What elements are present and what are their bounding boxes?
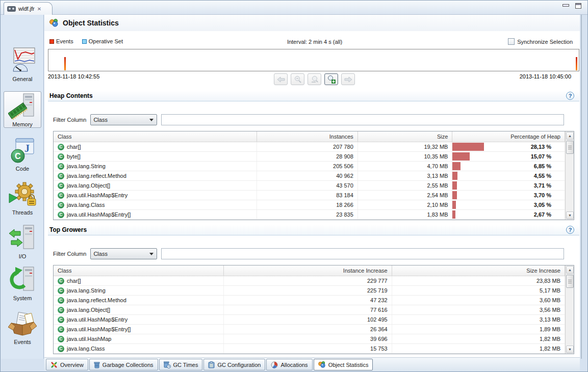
- column-header-instance-increase[interactable]: Instance Increase: [224, 265, 392, 276]
- column-header-size[interactable]: Size: [358, 131, 453, 142]
- zoom-fit-button[interactable]: [308, 73, 321, 85]
- tab-gc-times[interactable]: GC Times: [159, 359, 203, 370]
- class-icon: C: [58, 173, 64, 179]
- timeline-strip[interactable]: [48, 49, 579, 71]
- events-box-icon: [1, 309, 44, 338]
- size-cell: 10,35 MB: [358, 152, 453, 161]
- sidebar-item-events[interactable]: Events: [1, 309, 44, 345]
- scroll-down-icon[interactable]: ▼: [566, 346, 574, 353]
- heap-contents-section-header: Heap Contents ?: [48, 91, 579, 101]
- scrollbar-thumb[interactable]: [566, 141, 574, 154]
- heap-filter-column-value: Class: [93, 117, 108, 123]
- scroll-down-icon[interactable]: ▼: [566, 211, 574, 219]
- general-gauge-chart-icon: [1, 46, 44, 75]
- zoom-out-button[interactable]: [291, 73, 304, 85]
- growers-table-row[interactable]: Cjava.util.HashMap$Entry[]26 3641,89 MB: [54, 325, 565, 334]
- growers-table-row[interactable]: Cjava.util.HashMap39 6961,82 MB: [54, 334, 565, 344]
- growers-table-scrollbar[interactable]: ▲ ▼: [565, 265, 574, 354]
- tab-garbage-collections[interactable]: Garbage Collections: [89, 359, 158, 370]
- heap-table-row[interactable]: Cjava.lang.Class18 2662,10 MB3,05 %: [54, 200, 565, 210]
- scrollbar-thumb[interactable]: [566, 275, 574, 288]
- heap-table-row[interactable]: Cchar[]207 78019,32 MB28,13 %: [54, 142, 565, 152]
- growers-table-row[interactable]: Cjava.lang.reflect.Method47 2323,60 MB: [54, 296, 565, 305]
- page-header: Object Statistics: [44, 15, 580, 31]
- growers-table-row[interactable]: Cchar[]229 77723,83 MB: [54, 276, 565, 286]
- back-arrow-button[interactable]: [274, 73, 288, 85]
- class-icon: C: [58, 153, 64, 160]
- growers-table-row[interactable]: Cjava.lang.Object[]77 6163,56 MB: [54, 305, 565, 315]
- class-cell: Cjava.lang.Class: [54, 200, 257, 209]
- growers-table-row[interactable]: Cjava.lang.String225 7195,17 MB: [54, 286, 565, 296]
- heap-filter-input[interactable]: [161, 114, 564, 125]
- heap-table-scrollbar[interactable]: ▲ ▼: [565, 131, 574, 220]
- sidebar-item-general[interactable]: General: [1, 46, 44, 82]
- heap-table-row[interactable]: Cjava.lang.reflect.Method40 9623,13 MB4,…: [54, 171, 565, 181]
- growers-table-row[interactable]: Cjava.util.HashMap$Entry102 4953,13 MB: [54, 315, 565, 325]
- sidebar-item-code[interactable]: J C Code: [1, 136, 44, 172]
- class-cell: Cjava.lang.reflect.Method: [54, 296, 224, 305]
- filter-column-label: Filter Column: [53, 251, 86, 257]
- class-cell: Cbyte[]: [54, 152, 257, 161]
- percentage-label: 3,70 %: [534, 192, 551, 198]
- percentage-bar: [452, 152, 469, 161]
- heap-contents-title: Heap Contents: [48, 92, 93, 99]
- instances-cell: 43 570: [257, 181, 358, 190]
- heap-table-row[interactable]: Cjava.util.HashMap$Entry83 1842,54 MB3,7…: [54, 191, 565, 200]
- maximize-icon[interactable]: [575, 3, 581, 9]
- class-icon: C: [58, 326, 64, 333]
- class-cell: Cjava.util.HashMap$Entry: [54, 191, 257, 200]
- sidebar-item-threads[interactable]: Threads: [1, 180, 44, 216]
- io-server-arrows-icon: [1, 224, 44, 252]
- heap-filter-column-select[interactable]: Class: [90, 114, 157, 125]
- column-header-class[interactable]: Class: [54, 131, 257, 142]
- sidebar-item-io[interactable]: I/O: [1, 224, 44, 259]
- editor-tab-wldf-jfr[interactable]: wldf.jfr ✕: [4, 2, 53, 15]
- heap-table-row[interactable]: Cbyte[]28 90810,35 MB15,07 %: [54, 152, 565, 162]
- scroll-up-icon[interactable]: ▲: [566, 266, 574, 274]
- growers-table-row[interactable]: Cjava.lang.Class15 7531,82 MB: [54, 344, 565, 354]
- heap-filter-row: Filter Column Class: [53, 114, 564, 125]
- heap-table-row[interactable]: Cjava.util.HashMap$Entry[]23 8351,83 MB2…: [54, 210, 565, 220]
- percentage-cell: 3,71 %: [452, 181, 565, 190]
- column-header-percentage-of-heap[interactable]: Percentage of Heap: [452, 131, 565, 142]
- code-icon: J C: [1, 136, 44, 165]
- help-icon[interactable]: ?: [566, 92, 574, 100]
- sidebar-item-label: Events: [1, 339, 44, 345]
- column-header-size-increase[interactable]: Size Increase: [392, 265, 565, 276]
- tab-gc-configuration[interactable]: GC Configuration: [203, 359, 265, 370]
- instances-cell: 40 962: [257, 171, 358, 180]
- synchronize-selection-checkbox[interactable]: [508, 38, 515, 45]
- percentage-bar: [452, 210, 455, 219]
- growers-filter-column-select[interactable]: Class: [90, 248, 157, 259]
- close-icon[interactable]: ✕: [37, 6, 41, 12]
- pie-chart-icon: [271, 361, 278, 368]
- growers-filter-input[interactable]: [161, 248, 564, 259]
- column-header-class[interactable]: Class: [54, 265, 224, 276]
- class-name: java.lang.Object[]: [67, 182, 110, 189]
- instance-increase-cell: 47 232: [224, 296, 392, 305]
- tab-label: Overview: [60, 362, 84, 368]
- class-cell: Cjava.lang.reflect.Method: [54, 171, 257, 180]
- percentage-cell: 2,67 %: [452, 210, 565, 219]
- minimize-icon[interactable]: [563, 4, 569, 7]
- zoom-in-button[interactable]: [324, 73, 338, 85]
- sidebar-item-memory[interactable]: Memory: [4, 91, 41, 128]
- percentage-cell: 6,85 %: [452, 162, 565, 171]
- instance-increase-cell: 39 696: [224, 334, 392, 343]
- tab-object-statistics[interactable]: Object Statistics: [314, 359, 373, 370]
- tab-overview[interactable]: Overview: [46, 359, 88, 370]
- sidebar-item-label: I/O: [1, 253, 44, 259]
- scroll-up-icon[interactable]: ▲: [566, 132, 574, 140]
- heap-table-row[interactable]: Cjava.lang.String205 5064,70 MB6,85 %: [54, 162, 565, 171]
- percentage-cell: 28,13 %: [452, 142, 565, 151]
- column-header-instances[interactable]: Instances: [257, 131, 358, 142]
- sidebar-item-label: General: [1, 76, 44, 82]
- threads-gear-icon: [1, 180, 44, 208]
- sidebar-item-system[interactable]: System: [1, 265, 44, 301]
- help-icon[interactable]: ?: [566, 226, 574, 234]
- tab-allocations[interactable]: Allocations: [266, 359, 312, 370]
- heap-table-row[interactable]: Cjava.lang.Object[]43 5702,55 MB3,71 %: [54, 181, 565, 191]
- instance-increase-cell: 102 495: [224, 315, 392, 324]
- forward-arrow-button[interactable]: [341, 73, 355, 85]
- percentage-bar: [452, 162, 460, 170]
